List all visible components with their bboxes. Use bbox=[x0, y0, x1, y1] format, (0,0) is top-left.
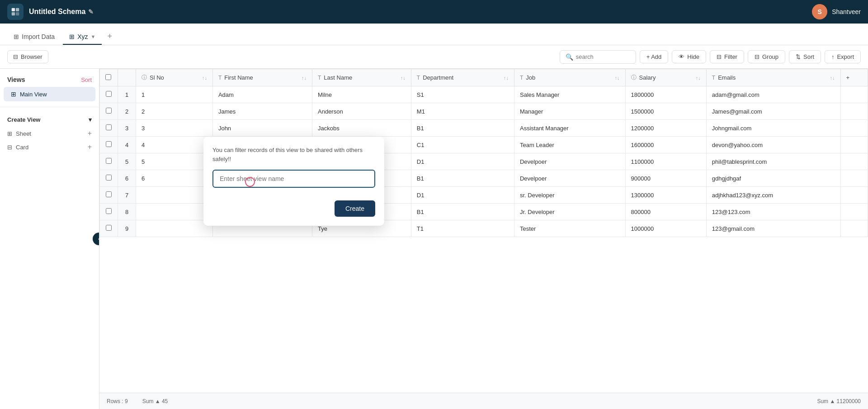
col-job[interactable]: T Job ↑↓ bbox=[514, 69, 625, 86]
cell-job: Tester bbox=[514, 220, 625, 237]
row-checkbox[interactable] bbox=[106, 158, 112, 164]
filter-button[interactable]: ⊟ Filter bbox=[710, 50, 744, 63]
row-num-header bbox=[118, 69, 136, 86]
sheet-view-name-input[interactable] bbox=[212, 170, 375, 188]
export-icon: ↑ bbox=[831, 53, 835, 60]
tab-dropdown-icon[interactable]: ▼ bbox=[90, 34, 95, 39]
row-checkbox[interactable] bbox=[106, 91, 112, 97]
popup-description: You can filter records of this view to b… bbox=[212, 146, 375, 163]
cell-sl-no: 2 bbox=[136, 103, 213, 120]
row-number: 4 bbox=[118, 137, 136, 153]
cell-extra bbox=[840, 153, 868, 170]
row-checkbox-cell[interactable] bbox=[100, 137, 118, 153]
create-button[interactable]: Create bbox=[335, 200, 375, 217]
row-checkbox-cell[interactable] bbox=[100, 153, 118, 170]
select-all-checkbox[interactable] bbox=[105, 74, 111, 80]
sum-sl: Sum ▲ 45 bbox=[142, 398, 168, 404]
cell-department: C1 bbox=[411, 137, 514, 153]
table-row: 2 2 James Anderson M1 Manager 1500000 Ja… bbox=[100, 103, 868, 120]
sheet-view-left: ⊞ Sheet bbox=[7, 130, 31, 137]
sort-button[interactable]: ⇅ Sort bbox=[789, 50, 821, 63]
cell-salary: 1000000 bbox=[625, 220, 706, 237]
row-checkbox-cell[interactable] bbox=[100, 187, 118, 204]
salary-sort-icon[interactable]: ↑↓ bbox=[696, 75, 701, 81]
cell-salary: 1500000 bbox=[625, 103, 706, 120]
cell-emails: James@gmail.com bbox=[706, 103, 840, 120]
sum-salary: Sum ▲ 11200000 bbox=[817, 398, 861, 404]
cell-department: B1 bbox=[411, 120, 514, 137]
top-nav: Untitled Schema ✎ S Shantveer bbox=[0, 0, 868, 24]
cell-job: Manager bbox=[514, 103, 625, 120]
checkbox-header[interactable] bbox=[100, 69, 118, 86]
search-input[interactable] bbox=[576, 53, 630, 60]
create-view-header[interactable]: Create View ▾ bbox=[0, 113, 99, 127]
cell-last-name: Jackobs bbox=[312, 120, 411, 137]
cell-emails: adam@gmail.com bbox=[706, 86, 840, 103]
cell-last-name: Anderson bbox=[312, 103, 411, 120]
row-checkbox-cell[interactable] bbox=[100, 170, 118, 187]
row-checkbox-cell[interactable] bbox=[100, 103, 118, 120]
emails-sort-icon[interactable]: ↑↓ bbox=[830, 75, 835, 81]
col-last-name[interactable]: T Last Name ↑↓ bbox=[312, 69, 411, 86]
cell-extra bbox=[840, 204, 868, 220]
edit-icon[interactable]: ✎ bbox=[88, 8, 94, 15]
cell-job: sr. Developer bbox=[514, 187, 625, 204]
row-checkbox[interactable] bbox=[106, 141, 112, 147]
job-sort-icon[interactable]: ↑↓ bbox=[615, 75, 620, 81]
row-checkbox[interactable] bbox=[106, 124, 112, 130]
col-first-name[interactable]: T First Name ↑↓ bbox=[212, 69, 312, 86]
sheet-add-icon[interactable]: + bbox=[88, 129, 92, 138]
row-checkbox[interactable] bbox=[106, 225, 112, 231]
row-number: 1 bbox=[118, 86, 136, 103]
cell-department: D1 bbox=[411, 153, 514, 170]
tab-xyz-icon: ⊞ bbox=[69, 33, 75, 40]
create-view-sheet[interactable]: ⊞ Sheet + bbox=[0, 127, 99, 140]
filter-icon: ⊟ bbox=[717, 53, 722, 60]
sidebar-header: Views Sort bbox=[0, 76, 99, 87]
browser-button[interactable]: ⊟ Browser bbox=[7, 50, 48, 63]
row-checkbox[interactable] bbox=[106, 175, 112, 181]
row-checkbox[interactable] bbox=[106, 108, 112, 114]
row-checkbox[interactable] bbox=[106, 191, 112, 197]
sidebar: Views Sort ⊞ Main View Create View ▾ ⊞ S… bbox=[0, 69, 99, 409]
cell-salary: 800000 bbox=[625, 204, 706, 220]
hide-button[interactable]: 👁 Hide bbox=[672, 50, 706, 63]
tab-add-button[interactable]: + bbox=[104, 28, 116, 45]
search-box[interactable]: 🔍 bbox=[560, 50, 636, 64]
group-button[interactable]: ⊟ Group bbox=[748, 50, 785, 63]
card-icon: ⊟ bbox=[7, 144, 12, 151]
toolbar-right: 🔍 + Add 👁 Hide ⊟ Filter ⊟ Group ⇅ Sort ↑… bbox=[560, 50, 861, 64]
sidebar-item-main-view[interactable]: ⊞ Main View bbox=[4, 87, 95, 101]
sl-no-sort-icon[interactable]: ↑↓ bbox=[202, 75, 207, 81]
department-type-icon: T bbox=[417, 75, 420, 81]
row-checkbox-cell[interactable] bbox=[100, 86, 118, 103]
col-department[interactable]: T Department ↑↓ bbox=[411, 69, 514, 86]
tab-import[interactable]: ⊞ Import Data bbox=[7, 29, 61, 45]
cell-job: Jr. Developer bbox=[514, 204, 625, 220]
cell-job: Develpoer bbox=[514, 170, 625, 187]
row-checkbox-cell[interactable] bbox=[100, 220, 118, 237]
cell-last-name: Milne bbox=[312, 86, 411, 103]
views-title: Views bbox=[7, 76, 25, 83]
row-checkbox-cell[interactable] bbox=[100, 204, 118, 220]
col-sl-no[interactable]: ⓘ Sl No ↑↓ bbox=[136, 69, 213, 86]
export-button[interactable]: ↑ Export bbox=[825, 50, 861, 63]
add-column-button[interactable]: + bbox=[840, 69, 868, 86]
last-name-sort-icon[interactable]: ↑↓ bbox=[401, 75, 406, 81]
group-icon: ⊟ bbox=[755, 53, 760, 60]
col-salary[interactable]: ⓘ Salary ↑↓ bbox=[625, 69, 706, 86]
row-checkbox-cell[interactable] bbox=[100, 120, 118, 137]
first-name-sort-icon[interactable]: ↑↓ bbox=[302, 75, 307, 81]
col-emails[interactable]: T Emails ↑↓ bbox=[706, 69, 840, 86]
row-checkbox[interactable] bbox=[106, 208, 112, 214]
department-sort-icon[interactable]: ↑↓ bbox=[504, 75, 509, 81]
row-number: 6 bbox=[118, 170, 136, 187]
tab-xyz[interactable]: ⊞ Xyz ▼ bbox=[63, 29, 102, 45]
sidebar-collapse-button[interactable]: ‹ bbox=[93, 233, 99, 245]
create-view-card[interactable]: ⊟ Card + bbox=[0, 140, 99, 154]
sidebar-sort-button[interactable]: Sort bbox=[81, 76, 92, 83]
row-number: 7 bbox=[118, 187, 136, 204]
add-button[interactable]: + Add bbox=[640, 50, 669, 63]
card-add-icon[interactable]: + bbox=[88, 143, 92, 151]
cell-extra bbox=[840, 187, 868, 204]
